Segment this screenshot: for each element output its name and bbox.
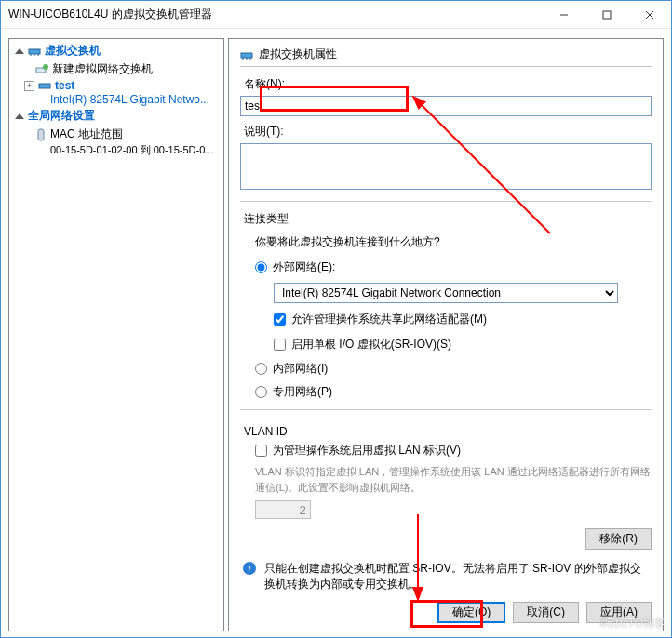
panel-header: 虚拟交换机属性 [240,47,652,67]
radio-private[interactable]: 专用网络(P) [255,384,652,400]
separator [240,409,652,410]
tree-header-vswitch-label: 虚拟交换机 [45,43,101,59]
name-label: 名称(N): [244,76,652,92]
adapter-select[interactable]: Intel(R) 82574L Gigabit Network Connecti… [274,283,618,303]
tree-mac-range[interactable]: MAC 地址范围 [13,126,220,143]
tree-header-vswitch[interactable]: 虚拟交换机 [13,41,220,60]
svg-rect-11 [38,129,44,140]
ok-button[interactable]: 确定(O) [437,602,505,623]
vlan-id-input [255,500,311,519]
conn-question: 你要将此虚拟交换机连接到什么地方? [255,234,652,250]
check-sriov[interactable]: 启用单根 I/O 虚拟化(SR-IOV)(S) [274,337,652,352]
radio-internal-label: 内部网络(I) [273,361,328,377]
tree-mac-detail: 00-15-5D-01-02-00 到 00-15-5D-0... [13,143,220,157]
svg-rect-12 [241,53,252,58]
window-controls [543,1,671,28]
remove-button[interactable]: 移除(R) [585,528,652,550]
properties-panel: 虚拟交换机属性 名称(N): 说明(T): 连接类型 你要将此虚拟交换机连接到什… [228,38,664,631]
check-vlan-label: 为管理操作系统启用虚拟 LAN 标识(V) [273,443,461,459]
tree-new-switch-label: 新建虚拟网络交换机 [52,61,153,77]
vlan-title: VLAN ID [244,425,652,438]
info-row: i 只能在创建虚拟交换机时配置 SR-IOV。无法将启用了 SR-IOV 的外部… [242,561,650,592]
chevron-icon [15,113,24,119]
chevron-icon [15,48,24,54]
tree-mac-range-label: MAC 地址范围 [50,126,123,142]
check-share-mgmt-label: 允许管理操作系统共享此网络适配器(M) [291,312,487,327]
tree-item-test-label: test [55,79,74,92]
switch-icon [38,80,51,91]
radio-external-label: 外部网络(E): [273,259,335,275]
switch-icon [28,46,41,57]
radio-internal[interactable]: 内部网络(I) [255,361,652,377]
tree-header-global[interactable]: 全局网络设置 [13,106,220,126]
svg-point-9 [43,64,48,70]
svg-rect-1 [603,11,611,19]
title-bar: WIN-UICOB610L4U 的虚拟交换机管理器 [1,1,671,29]
tree-pane: 虚拟交换机 新建虚拟网络交换机 + test Intel(R) 82574L G… [8,38,224,631]
check-share-mgmt-input[interactable] [274,313,286,326]
expand-icon[interactable]: + [24,81,34,91]
name-input[interactable] [240,96,652,116]
conn-type-label: 连接类型 [244,211,652,227]
switch-icon [240,49,253,60]
radio-internal-input[interactable] [255,363,267,375]
tree-header-global-label: 全局网络设置 [28,108,95,124]
info-icon: i [242,561,257,576]
vlan-group: VLAN ID 为管理操作系统启用虚拟 LAN 标识(V) VLAN 标识符指定… [240,421,652,519]
cancel-button[interactable]: 取消(C) [513,602,579,623]
tree-item-test-adapter[interactable]: Intel(R) 82574L Gigabit Netwo... [13,93,220,106]
check-sriov-label: 启用单根 I/O 虚拟化(SR-IOV)(S) [291,337,451,352]
radio-private-input[interactable] [255,386,267,398]
vlan-description: VLAN 标识符指定虚拟 LAN，管理操作系统使用该 LAN 通过此网络适配器进… [255,464,652,495]
panel-header-label: 虚拟交换机属性 [259,47,337,62]
radio-private-label: 专用网络(P) [273,384,332,400]
tree-new-switch[interactable]: 新建虚拟网络交换机 [13,60,220,78]
window-title: WIN-UICOB610L4U 的虚拟交换机管理器 [8,7,543,22]
desc-label: 说明(T): [244,124,652,140]
mac-icon [35,128,47,141]
description-textarea[interactable] [240,143,652,190]
radio-external[interactable]: 外部网络(E): [255,259,652,275]
radio-external-input[interactable] [255,261,267,273]
info-text: 只能在创建虚拟交换机时配置 SR-IOV。无法将启用了 SR-IOV 的外部虚拟… [264,561,650,592]
new-switch-icon [35,64,48,75]
watermark: ©51CTO博客 [599,616,665,631]
check-vlan[interactable]: 为管理操作系统启用虚拟 LAN 标识(V) [255,443,652,459]
tree-item-test[interactable]: + test [13,78,220,93]
maximize-button[interactable] [585,1,628,28]
check-share-mgmt[interactable]: 允许管理操作系统共享此网络适配器(M) [274,312,652,327]
check-sriov-input[interactable] [274,339,286,351]
svg-rect-10 [39,84,50,88]
minimize-button[interactable] [543,1,585,28]
check-vlan-input[interactable] [255,445,267,457]
separator [240,201,652,202]
close-button[interactable] [628,1,671,28]
svg-rect-4 [29,49,40,54]
